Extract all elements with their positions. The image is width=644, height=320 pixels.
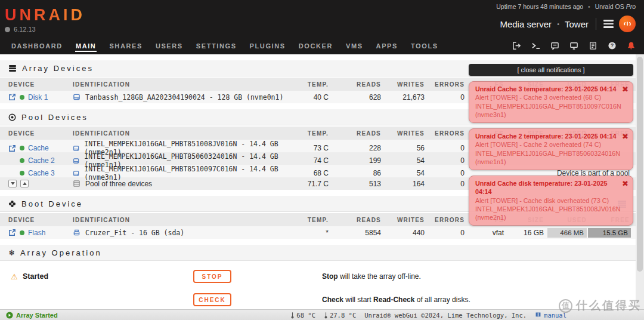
svg-text:?: ? <box>611 42 614 48</box>
array-operation-header: ❄ Array Operation <box>0 245 636 261</box>
check-row: CHECK Check will start Read-Check of all… <box>0 293 636 306</box>
logout-icon[interactable] <box>512 41 521 50</box>
tab-plugins[interactable]: PLUGINS <box>243 37 292 54</box>
writes-cell: 54 <box>382 169 426 177</box>
header: UNRAID 6.12.13 Uptime 7 hours 48 minutes… <box>0 0 644 54</box>
col-errors: ERRORS <box>426 217 466 223</box>
col-reads: READS <box>330 217 382 223</box>
close-all-notifications-button[interactable]: [ close all notifications ] <box>469 64 633 76</box>
drive-icon <box>73 93 80 101</box>
temp-cell: 73 C <box>288 144 330 152</box>
close-icon[interactable]: ✖ <box>622 84 628 94</box>
stop-row: ⚠ Started STOP Stop will take the array … <box>0 270 636 283</box>
errors-cell: 0 <box>426 180 466 188</box>
expand-pool-button[interactable] <box>20 180 29 187</box>
header-toolbar: ? <box>512 41 636 50</box>
tab-shares[interactable]: SHARES <box>103 37 148 54</box>
col-reads: READS <box>330 130 382 137</box>
cache3-link[interactable]: Cache 3 <box>28 169 55 177</box>
notifications-panel: [ close all notifications ] Unraid Cache… <box>469 64 633 226</box>
collapse-pool-button[interactable] <box>8 180 17 187</box>
tab-users[interactable]: USERS <box>149 37 190 54</box>
help-icon[interactable]: ? <box>608 41 617 50</box>
array-status: Array Started <box>6 312 58 319</box>
tab-docker[interactable]: DOCKER <box>292 37 339 54</box>
log-icon[interactable] <box>589 41 597 50</box>
tab-vms[interactable]: VMS <box>339 37 370 54</box>
notification-title: Unraid Cache disk temperature: 23-01-202… <box>475 179 618 196</box>
tab-settings[interactable]: SETTINGS <box>190 37 243 54</box>
notification-line: INTEL_MEMPEK1J016GAL_PHBT8510097C016N (n… <box>475 102 618 119</box>
close-icon[interactable]: ✖ <box>622 131 628 141</box>
scrollbar[interactable] <box>636 54 644 309</box>
errors-cell: 0 <box>426 169 466 177</box>
notification-line: INTEL_MEMPEK1J016GAL_PHBT851008JV016N (n… <box>475 205 618 222</box>
check-button[interactable]: CHECK <box>193 293 231 306</box>
tab-tools[interactable]: TOOLS <box>404 37 445 54</box>
remote-access-icon[interactable] <box>569 41 578 50</box>
array-devices-icon <box>8 64 17 72</box>
notification-title: Unraid Cache 2 temperature: 23-01-2025 0… <box>475 132 618 140</box>
close-icon[interactable]: ✖ <box>622 179 628 189</box>
notification-line: Alert [TOWER] - Cache disk overheated (7… <box>475 196 618 205</box>
writes-cell: 54 <box>382 156 426 165</box>
separator-dot: • <box>557 20 559 27</box>
reads-cell: 228 <box>330 144 382 152</box>
col-identification: IDENTIFICATION <box>64 130 288 137</box>
section-title: Array Operation <box>20 248 102 257</box>
tab-dashboard[interactable]: DASHBOARD <box>5 37 69 54</box>
version-dot-icon <box>5 27 10 32</box>
writes-cell: 56 <box>382 144 426 152</box>
stop-button[interactable]: STOP <box>193 270 231 283</box>
warning-icon: ⚠ <box>0 272 18 281</box>
notification-line: Alert [TOWER] - Cache 2 overheated (74 C… <box>475 140 618 149</box>
stop-description: Stop will take the array off-line. <box>322 272 636 281</box>
section-title: Array Devices <box>22 64 94 73</box>
temp-cell: 68 C <box>288 169 330 177</box>
main-nav: DASHBOARD MAIN SHARES USERS SETTINGS PLU… <box>0 37 644 54</box>
tab-apps[interactable]: APPS <box>370 37 404 54</box>
footer-status-bar: Array Started 68 °C 27.8 °C Unraid® webG… <box>0 309 644 320</box>
external-link-icon[interactable] <box>8 229 16 236</box>
external-link-icon[interactable] <box>8 144 16 152</box>
server-name: Tower <box>565 19 589 29</box>
avatar[interactable] <box>619 16 636 32</box>
logo-block: UNRAID 6.12.13 <box>5 6 85 33</box>
notifications-bell-icon[interactable] <box>627 41 636 50</box>
tab-main[interactable]: MAIN <box>69 37 103 54</box>
temp-cell: 71.7 C <box>288 180 330 188</box>
os-edition-pro: Pro <box>626 3 636 10</box>
col-temp: TEMP. <box>288 217 330 223</box>
feedback-icon[interactable] <box>550 41 559 50</box>
temperature-reading: 27.8 °C <box>324 312 356 319</box>
col-writes: WRITES <box>382 130 426 137</box>
external-link-icon[interactable] <box>8 93 16 101</box>
cache-link[interactable]: Cache <box>28 144 49 152</box>
version-line: 6.12.13 <box>5 26 85 33</box>
notification-line: INTEL_MEMPEK1J016GAL_PHBT85060324016N (n… <box>475 149 618 167</box>
terminal-icon[interactable] <box>531 41 540 50</box>
scrollbar-thumb[interactable] <box>637 57 643 272</box>
divider <box>596 18 596 30</box>
cache2-link[interactable]: Cache 2 <box>28 156 55 165</box>
array-operation-icon: ❄ <box>8 248 15 257</box>
notification-card: Unraid Cache disk temperature: 23-01-202… <box>469 176 633 226</box>
table-row: Flash Cruzer_Fit - 16 GB (sda) * 5854 44… <box>0 226 636 239</box>
hamburger-menu-icon[interactable] <box>603 20 614 27</box>
temp-cell: 40 C <box>288 93 330 101</box>
array-started-icon <box>6 312 13 319</box>
errors-cell: 0 <box>426 93 466 101</box>
version-number: 6.12.13 <box>14 26 36 33</box>
server-line: Media server • Tower <box>496 16 636 32</box>
array-status-label: Started <box>18 272 193 281</box>
flash-link[interactable]: Flash <box>28 229 45 237</box>
thermometer-icon <box>290 312 295 319</box>
notification-line: Alert [TOWER] - Cache 3 overheated (68 C… <box>475 93 618 101</box>
manual-link[interactable]: manual <box>535 312 566 319</box>
temperature-reading: 68 °C <box>290 312 315 319</box>
errors-cell: 0 <box>426 144 466 152</box>
col-temp: TEMP. <box>288 81 330 88</box>
uptime-text: Uptime 7 hours 48 minutes ago <box>496 3 583 10</box>
disk-link[interactable]: Disk 1 <box>28 93 48 101</box>
notification-card: Unraid Cache 3 temperature: 23-01-2025 0… <box>469 81 633 123</box>
